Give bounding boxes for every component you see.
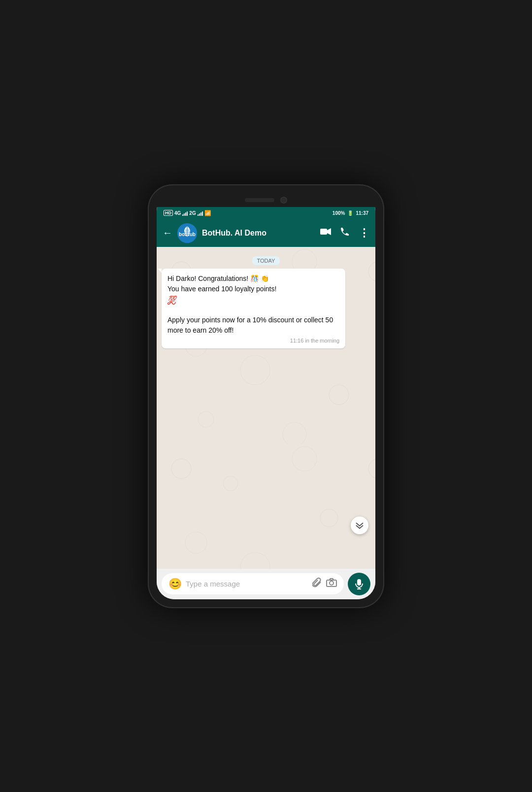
status-right: 100% 🔋 11:37: [332, 210, 368, 216]
more-options-icon[interactable]: ⋮: [359, 227, 369, 240]
message-line3: Apply your points now for a 10% discount…: [167, 316, 333, 334]
status-left: HD 4G 2G 📶: [164, 210, 211, 216]
battery-percent: 100%: [332, 210, 345, 216]
message-timestamp: 11:16 in the morning: [167, 338, 339, 344]
message-line2: You have earned 100 loyalty points!: [167, 285, 276, 293]
hd-indicator: HD: [164, 210, 173, 216]
phone-screen: HD 4G 2G 📶 100% 🔋: [157, 193, 375, 599]
status-bar: HD 4G 2G 📶 100% 🔋: [157, 207, 375, 219]
input-bar: 😊 Type a message: [157, 569, 375, 599]
signal-2g: [198, 210, 203, 216]
wifi-icon: 📶: [204, 210, 211, 216]
attach-button[interactable]: [312, 577, 322, 590]
phone-top-bar: [157, 193, 375, 207]
date-label: TODAY: [252, 256, 280, 265]
contact-name[interactable]: BotHub. AI Demo: [202, 229, 315, 238]
chat-body: TODAY Hi Darko! Congratulations! 🎊 👏 You…: [157, 247, 375, 569]
message-bubble: Hi Darko! Congratulations! 🎊 👏 You have …: [162, 269, 345, 348]
svg-marker-7: [327, 228, 331, 235]
message-line1: Hi Darko! Congratulations! 🎊 👏: [167, 275, 269, 282]
svg-point-9: [330, 581, 333, 585]
scroll-to-bottom-button[interactable]: [351, 517, 368, 534]
network-4g: 4G: [174, 210, 181, 216]
timestamp-text: 11:16 in the morning: [290, 338, 339, 344]
camera-button[interactable]: [326, 578, 337, 589]
phone-frame: HD 4G 2G 📶 100% 🔋: [148, 184, 384, 608]
video-call-icon[interactable]: [320, 228, 331, 238]
signal-4g: [182, 210, 188, 216]
network-2g: 2G: [189, 210, 196, 216]
header-icons: ⋮: [320, 227, 369, 240]
svg-rect-6: [320, 229, 327, 235]
speaker: [245, 198, 274, 202]
camera: [280, 197, 287, 204]
chat-header: ← bothub BotHub. AI Demo: [157, 219, 375, 247]
back-button[interactable]: ←: [163, 227, 172, 239]
voice-call-icon[interactable]: [340, 227, 350, 239]
message-text: Hi Darko! Congratulations! 🎊 👏 You have …: [167, 274, 339, 336]
hundred-emoji: 💯: [167, 295, 176, 303]
mic-button[interactable]: [348, 573, 370, 595]
input-box: 😊 Type a message: [162, 573, 344, 594]
battery-icon: 🔋: [347, 210, 353, 216]
svg-rect-10: [357, 579, 361, 585]
clock: 11:37: [356, 210, 368, 216]
emoji-button[interactable]: 😊: [168, 578, 182, 590]
message-input[interactable]: Type a message: [186, 580, 308, 588]
date-badge: TODAY: [162, 256, 370, 265]
avatar[interactable]: bothub: [177, 223, 197, 243]
